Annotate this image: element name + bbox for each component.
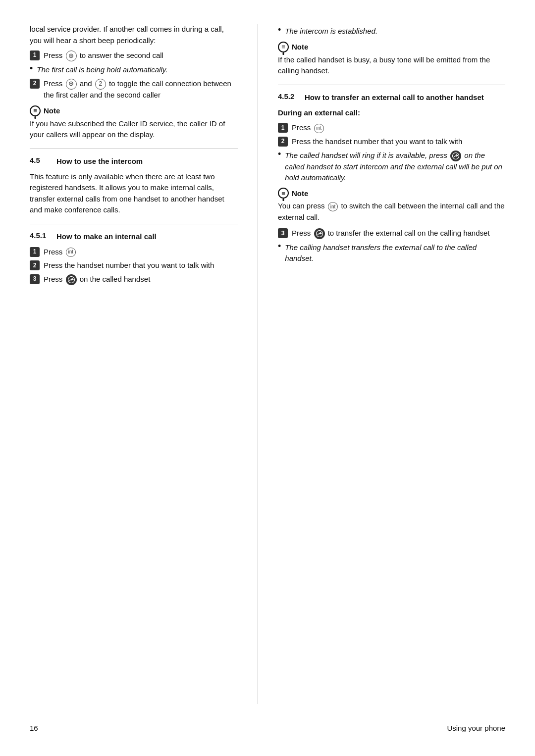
final-italic-text: The calling handset transfers the extern… xyxy=(285,242,505,264)
green-button-icon-451 xyxy=(66,274,77,285)
section-45-body: This feature is only available when ther… xyxy=(30,171,238,216)
bullet-intercom-item: • The intercom is established. xyxy=(278,26,505,37)
steps-452: 1 Press int 2 Press the handset number t… xyxy=(278,122,505,147)
step-badge-451-3: 3 xyxy=(30,274,40,284)
note-3-text-before: You can press xyxy=(278,202,325,210)
left-column: local service provider. If another call … xyxy=(30,24,258,704)
step-badge-2: 2 xyxy=(30,79,40,89)
section-451-heading: 4.5.1 How to make an internal call xyxy=(30,231,238,242)
page-number: 16 xyxy=(30,724,38,732)
bullet-452-final: • The calling handset transfers the exte… xyxy=(278,242,505,264)
step-badge-451-2: 2 xyxy=(30,260,40,270)
step-badge-452-1: 1 xyxy=(278,123,288,133)
note-1-title: ≡ Note xyxy=(30,105,238,116)
note-icon-1: ≡ xyxy=(30,105,41,116)
note-1-label: Note xyxy=(44,106,60,115)
note-icon-3: ≡ xyxy=(278,188,289,199)
step-badge-1: 1 xyxy=(30,50,40,60)
note-3-body: You can press int to switch the call bet… xyxy=(278,201,505,223)
step-452-1-text: Press int xyxy=(292,122,325,133)
step-451-3: 3 Press on the called handset xyxy=(30,274,238,285)
section-45-num: 4.5 xyxy=(30,156,49,166)
steps-451: 1 Press int 2 Press the handset number t… xyxy=(30,247,238,286)
section-45-heading: 4.5 How to use the intercom xyxy=(30,156,238,166)
step-1-answer: 1 Press ⊕ to answer the second call xyxy=(30,50,238,61)
int-icon-note3: int xyxy=(328,202,338,211)
green-button-icon-transfer xyxy=(314,228,325,239)
toggle-steps: 2 Press ⊕ and 2 to toggle the call conne… xyxy=(30,78,238,101)
step-2-toggle: 2 Press ⊕ and 2 to toggle the call conne… xyxy=(30,78,238,101)
step-451-2-text: Press the handset number that you want t… xyxy=(44,260,214,271)
step-badge-451-1: 1 xyxy=(30,247,40,257)
section-451-title: How to make an internal call xyxy=(56,231,157,242)
step-451-1-text: Press int xyxy=(44,247,77,257)
section-45-title: How to use the intercom xyxy=(56,156,143,166)
note-1: ≡ Note If you have subscribed the Caller… xyxy=(30,105,238,141)
bullet-first-call: • The first call is being hold automatic… xyxy=(30,64,238,75)
section-452-num: 4.5.2 xyxy=(278,92,297,102)
two-column-layout: local service provider. If another call … xyxy=(30,24,505,704)
step-451-2: 2 Press the handset number that you want… xyxy=(30,260,238,271)
bullet-dot-452: • xyxy=(278,150,281,159)
step-452-3-list: 3 Press to transfer the external call on… xyxy=(278,228,505,239)
note-3: ≡ Note You can press int to switch the c… xyxy=(278,188,505,223)
footer-text: Using your phone xyxy=(447,724,505,732)
step-badge-452-2: 2 xyxy=(278,137,288,147)
bullet-dot-right: • xyxy=(278,25,281,35)
green-button-icon-ring xyxy=(450,151,461,161)
section-452-heading: 4.5.2 How to transfer an external call t… xyxy=(278,92,505,102)
step-452-1: 1 Press int xyxy=(278,122,505,133)
bullet-dot-final: • xyxy=(278,242,281,252)
step-451-3-text: Press on the called handset xyxy=(44,274,150,285)
note-icon-2: ≡ xyxy=(278,42,289,52)
step-452-3: 3 Press to transfer the external call on… xyxy=(278,228,505,239)
int-icon-451-1: int xyxy=(66,248,76,257)
step-452-2-text: Press the handset number that you want t… xyxy=(292,136,462,147)
first-call-italic: The first call is being hold automatical… xyxy=(37,64,167,75)
step-452-3-text: Press to transfer the external call on t… xyxy=(292,228,490,239)
step-452-2: 2 Press the handset number that you want… xyxy=(278,136,505,147)
bullet-452-ring-item: • The called handset will ring if it is … xyxy=(278,150,505,183)
note-1-body: If you have subscribed the Caller ID ser… xyxy=(30,118,238,141)
step-2-text: Press ⊕ and 2 to toggle the call connect… xyxy=(44,78,238,101)
bullet-intercom: • The intercom is established. xyxy=(278,26,505,37)
note-3-label: Note xyxy=(292,189,308,198)
during-label: During an external call: xyxy=(278,107,505,119)
intercom-established-text: The intercom is established. xyxy=(285,26,377,37)
nav-cross-icon-2: ⊕ xyxy=(66,79,77,90)
answer-steps: 1 Press ⊕ to answer the second call xyxy=(30,50,238,61)
num2-icon: 2 xyxy=(95,79,106,90)
ring-italic-text: The called handset will ring if it is av… xyxy=(285,150,505,183)
note-2-label: Note xyxy=(292,43,308,51)
page-footer: 16 Using your phone xyxy=(30,720,505,732)
page: local service provider. If another call … xyxy=(0,0,535,756)
divider-45 xyxy=(30,149,238,149)
section-452-title: How to transfer an external call to anot… xyxy=(305,92,484,102)
note-2: ≡ Note If the called handset is busy, a … xyxy=(278,42,505,77)
bullet-452-final-item: • The calling handset transfers the exte… xyxy=(278,242,505,264)
divider-452 xyxy=(278,85,505,85)
bullet-452-ring: • The called handset will ring if it is … xyxy=(278,150,505,183)
intro-text: local service provider. If another call … xyxy=(30,24,238,46)
step-1-text: Press ⊕ to answer the second call xyxy=(44,50,163,61)
note-3-title: ≡ Note xyxy=(278,188,505,199)
divider-451 xyxy=(30,224,238,224)
step-badge-452-3: 3 xyxy=(278,228,288,238)
step-451-1: 1 Press int xyxy=(30,247,238,257)
int-icon-452-1: int xyxy=(314,124,324,133)
note-2-body: If the called handset is busy, a busy to… xyxy=(278,54,505,77)
nav-cross-icon-1: ⊕ xyxy=(66,50,77,61)
section-451-num: 4.5.1 xyxy=(30,231,49,242)
note-2-title: ≡ Note xyxy=(278,42,505,52)
right-column: • The intercom is established. ≡ Note If… xyxy=(258,24,505,704)
bullet-dot: • xyxy=(30,64,33,74)
bullet-first-call-item: • The first call is being hold automatic… xyxy=(30,64,238,75)
